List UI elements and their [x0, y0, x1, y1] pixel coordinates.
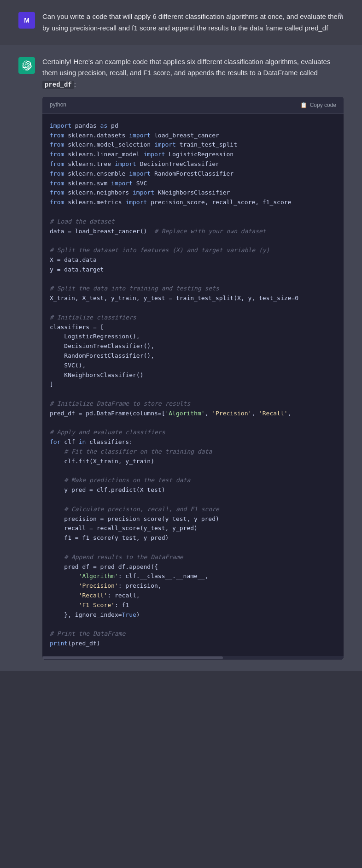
code-scrollbar[interactable]: [42, 656, 344, 660]
copy-code-button[interactable]: 📋 Copy code: [300, 102, 336, 108]
user-avatar: M: [18, 12, 35, 29]
assistant-message-content: Certainly! Here's an example code that a…: [42, 56, 344, 660]
edit-icon[interactable]: ✎: [338, 12, 344, 19]
code-content: import pandas as pd from sklearn.dataset…: [42, 114, 344, 656]
scrollbar-thumb[interactable]: [42, 656, 223, 659]
assistant-avatar: [18, 57, 35, 74]
user-message-content: Can you write a code that will apply 6 d…: [42, 11, 344, 34]
code-block: python 📋 Copy code import pandas as pd f…: [42, 97, 344, 660]
inline-code-pred-df: pred_df: [42, 81, 74, 89]
copy-icon: 📋: [300, 102, 307, 108]
avatar-label: M: [24, 17, 29, 24]
code-header: python 📋 Copy code: [42, 97, 344, 114]
assistant-intro-text: Certainly! Here's an example code that a…: [42, 56, 344, 91]
user-message: M Can you write a code that will apply 6…: [0, 0, 362, 45]
edit-icon-container: ✎: [338, 11, 344, 20]
code-language-label: python: [50, 100, 66, 110]
copy-label: Copy code: [310, 102, 336, 108]
openai-logo-icon: [22, 60, 32, 71]
user-message-text: Can you write a code that will apply 6 d…: [42, 12, 343, 32]
code-pre: import pandas as pd from sklearn.dataset…: [50, 121, 336, 649]
assistant-message: Certainly! Here's an example code that a…: [0, 45, 362, 671]
